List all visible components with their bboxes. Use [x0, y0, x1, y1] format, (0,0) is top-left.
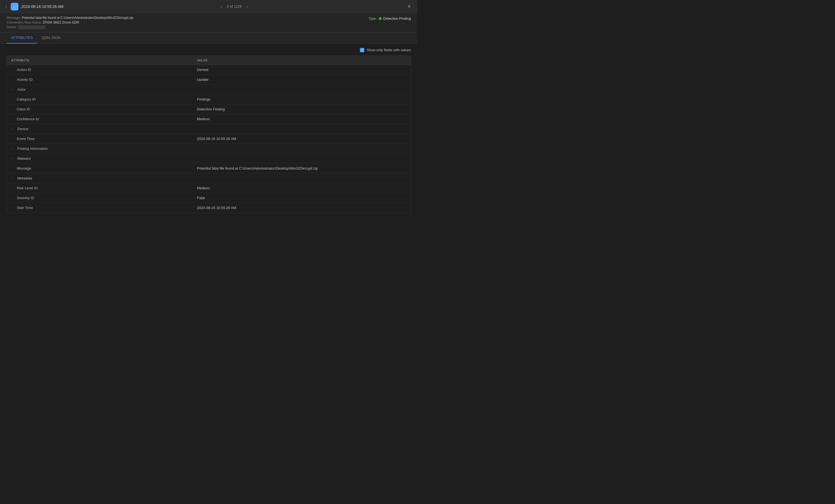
cell-group-attribute[interactable]: ›Finding Information — [7, 144, 193, 153]
show-fields-checkbox[interactable]: ✓ — [360, 48, 364, 52]
close-button[interactable]: ✕ — [405, 3, 413, 10]
cell-value: Update — [193, 75, 411, 84]
table-body: Action IDDeniedActivity IDUpdate›ActorCa… — [7, 65, 411, 213]
col-value: VALUE — [193, 56, 411, 65]
cell-value — [193, 153, 411, 163]
filter-label: Show only fields with values — [367, 48, 411, 52]
cell-value: Findings — [193, 94, 411, 104]
table-row: Action IDDenied — [7, 65, 411, 75]
owner-redacted-value — [18, 25, 45, 29]
cell-attribute: Action ID — [7, 65, 193, 75]
cell-value: 2024-08-16 10:55:26 AM — [193, 134, 411, 144]
cell-value: Medium — [193, 114, 411, 124]
table-row: ›Metadata — [7, 173, 411, 183]
cell-attribute: Class ID — [7, 104, 193, 114]
table-row: Risk Level IDMedium — [7, 183, 411, 193]
table-row: Event Time2024-08-16 10:55:26 AM — [7, 134, 411, 144]
title-bar-left: ‹ 2024-08-16 10:55:26 AM — [4, 3, 63, 10]
table-row: Class IDDetection Finding — [7, 104, 411, 114]
cell-group-attribute[interactable]: ›Metadata — [7, 173, 193, 183]
cell-attribute: Risk Level ID — [7, 183, 193, 193]
connection-line: Connection Alias Name: ZPOM 3M22 Zircon … — [6, 21, 133, 24]
message-label: Message: — [6, 16, 21, 20]
cell-value — [193, 144, 411, 153]
cell-attribute: Start Time — [7, 203, 193, 213]
expand-chevron-icon: › — [11, 127, 15, 130]
svg-point-1 — [14, 6, 15, 7]
cell-attribute: Activity ID — [7, 75, 193, 84]
cell-group-attribute[interactable]: ›Malware — [7, 154, 193, 163]
cell-value: 2024-08-16 10:55:26 AM — [193, 203, 411, 213]
col-attribute: ATTRIBUTE — [7, 56, 193, 65]
cell-value: Fatal — [193, 193, 411, 203]
cell-group-attribute[interactable]: ›Actor — [7, 85, 193, 94]
group-label: Metadata — [17, 176, 32, 180]
cell-value: Potential fatal file found at C:\Users\A… — [193, 163, 411, 173]
expand-chevron-icon: › — [11, 88, 15, 91]
next-button[interactable]: › — [245, 4, 250, 9]
cell-attribute: Severity ID — [7, 193, 193, 203]
info-bar: Message: Potential fatal file found at C… — [0, 13, 418, 32]
type-dot-icon — [379, 17, 382, 20]
cell-attribute: Message — [7, 163, 193, 173]
group-label: Malware — [17, 156, 31, 161]
table-row: ›Actor — [7, 84, 411, 94]
table-row: ›Malware — [7, 153, 411, 163]
table-row: MessagePotential fatal file found at C:\… — [7, 163, 411, 173]
group-label: Device — [17, 127, 28, 131]
cell-value — [193, 84, 411, 94]
filter-row: ✓ Show only fields with values — [6, 48, 411, 52]
cell-attribute: Category ID — [7, 94, 193, 104]
message-line: Message: Potential fatal file found at C… — [6, 16, 133, 20]
table-header: ATTRIBUTE VALUE — [7, 56, 411, 65]
window-title: 2024-08-16 10:55:26 AM — [21, 4, 63, 9]
tabs-bar: ATTRIBUTES QDM JSON — [0, 32, 418, 44]
type-badge: Detection Finding — [379, 17, 411, 21]
cell-attribute: Event Time — [7, 134, 193, 144]
type-value: Detection Finding — [383, 17, 411, 21]
nav-counter: 6 of 1129 — [227, 4, 242, 8]
table-row: Start Time2024-08-16 10:55:26 AM — [7, 203, 411, 213]
content-area: ✓ Show only fields with values ATTRIBUTE… — [0, 44, 418, 217]
owner-label: Owner: — [6, 25, 17, 29]
checkmark-icon: ✓ — [361, 48, 364, 52]
group-label: Actor — [17, 87, 25, 91]
table-row: Severity IDFatal — [7, 193, 411, 203]
cell-value: Denied — [193, 65, 411, 75]
expand-chevron-icon: › — [11, 157, 15, 160]
owner-line: Owner: — [6, 25, 133, 29]
info-left: Message: Potential fatal file found at C… — [6, 16, 133, 29]
cell-attribute: Confidence Id — [7, 114, 193, 124]
cell-value: Detection Finding — [193, 104, 411, 114]
cell-value — [193, 124, 411, 134]
type-section: Type: Detection Finding — [368, 17, 411, 21]
prev-button[interactable]: ‹ — [219, 4, 224, 9]
tab-qdm-json[interactable]: QDM JSON — [37, 32, 65, 44]
app-icon — [11, 3, 18, 10]
table-row: ›Finding Information — [7, 144, 411, 153]
table-row: Activity IDUpdate — [7, 75, 411, 84]
expand-chevron-icon: › — [11, 177, 15, 180]
cell-value: Medium — [193, 183, 411, 193]
connection-label: Connection Alias Name: — [6, 21, 42, 24]
group-label: Finding Information — [17, 147, 48, 151]
connection-value: ZPOM 3M22 Zircon EDR — [42, 21, 79, 24]
table-row: Category IDFindings — [7, 94, 411, 104]
table-row: ›Device — [7, 124, 411, 134]
title-bar: ‹ 2024-08-16 10:55:26 AM ‹ 6 of 1129 › ✕ — [0, 0, 418, 13]
cell-group-attribute[interactable]: ›Device — [7, 124, 193, 134]
type-label: Type: — [368, 17, 376, 21]
message-value: Potential fatal file found at C:\Users\A… — [22, 16, 133, 20]
attributes-table: ATTRIBUTE VALUE Action IDDeniedActivity … — [6, 56, 411, 213]
table-row: Confidence IdMedium — [7, 114, 411, 124]
table-header-row: ATTRIBUTE VALUE — [7, 56, 411, 65]
nav-controls: ‹ 6 of 1129 › — [219, 4, 250, 9]
show-fields-checkbox-container[interactable]: ✓ Show only fields with values — [360, 48, 411, 52]
back-button[interactable]: ‹ — [4, 3, 8, 10]
expand-chevron-icon: › — [11, 147, 15, 150]
cell-value — [193, 173, 411, 183]
tab-attributes[interactable]: ATTRIBUTES — [6, 32, 37, 44]
